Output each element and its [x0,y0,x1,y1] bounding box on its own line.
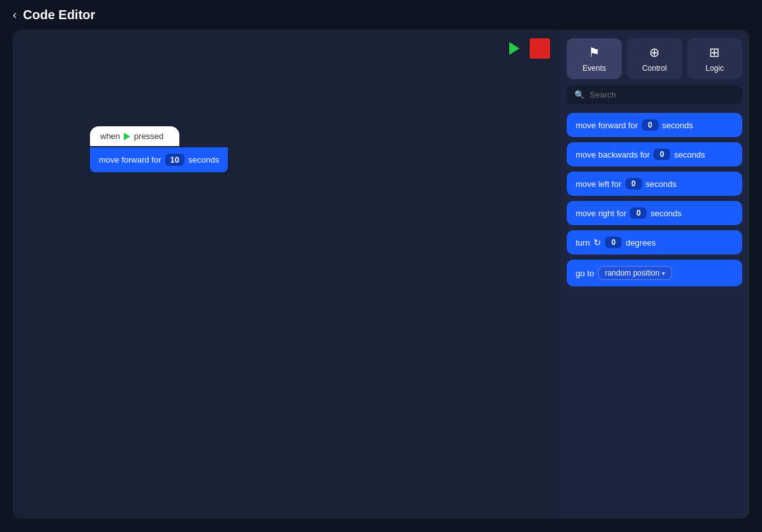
page-title: Code Editor [23,8,95,22]
block-text-4: seconds [674,150,705,159]
move-text-before: move forward for [99,155,161,165]
tab-control[interactable]: ⊕ Control [627,38,682,79]
when-pressed-block[interactable]: when pressed [90,126,179,146]
panel-tabs: ⚑ Events ⊕ Control ⊞ Logic [560,31,749,79]
position-label: random position [605,269,659,277]
move-forward-block[interactable]: move forward for 10 seconds [90,147,228,172]
block-text-7: move right for [576,209,626,218]
list-block-move-backwards[interactable]: move backwards for 0 seconds [567,142,742,166]
pressed-label: pressed [134,131,163,141]
block-value-5[interactable]: 0 [605,237,622,248]
move-value[interactable]: 10 [165,154,184,166]
events-icon: ⚑ [588,45,600,60]
list-block-move-left[interactable]: move left for 0 seconds [567,172,742,196]
block-text-1: move forward for [576,121,638,130]
block-text-2: seconds [662,121,693,130]
tab-control-label: Control [642,64,667,73]
block-value-3[interactable]: 0 [625,178,642,189]
play-small-icon [124,133,130,140]
move-text-after: seconds [188,155,219,165]
block-group: when pressed move forward for 10 seconds [90,126,228,172]
stop-button[interactable] [530,38,550,59]
block-value-1[interactable]: 0 [642,119,659,131]
list-block-move-right[interactable]: move right for 0 seconds [567,201,742,225]
block-text-5: move left for [576,179,622,189]
block-text-9: turn [576,238,590,248]
block-text-6: seconds [646,179,676,189]
main-container: when pressed move forward for 10 seconds… [13,30,749,519]
list-block-move-forward[interactable]: move forward for 0 seconds [567,113,742,137]
block-text-10: degrees [625,238,655,248]
play-button[interactable] [504,38,525,59]
blocks-list: move forward for 0 seconds move backward… [560,109,749,518]
block-text-8: seconds [650,209,681,218]
back-button[interactable]: ‹ [13,8,17,22]
block-text-11: go to [576,269,594,278]
tab-logic-label: Logic [705,64,724,73]
dropdown-arrow-icon: ▾ [662,270,665,277]
list-block-go-to[interactable]: go to random position ▾ [567,260,742,286]
position-dropdown[interactable]: random position ▾ [598,266,672,280]
canvas-area: when pressed move forward for 10 seconds [13,31,560,518]
search-input[interactable] [590,90,735,100]
right-panel: ⚑ Events ⊕ Control ⊞ Logic 🔍 move forwar… [560,31,749,518]
control-icon: ⊕ [649,45,660,60]
logic-icon: ⊞ [709,45,720,60]
canvas-toolbar [504,38,550,59]
when-label: when [100,131,120,141]
tab-logic[interactable]: ⊞ Logic [687,38,742,79]
search-icon: 🔍 [574,90,585,100]
header: ‹ Code Editor [0,0,762,30]
block-text-3: move backwards for [576,150,650,159]
block-value-4[interactable]: 0 [630,207,646,219]
block-value-2[interactable]: 0 [654,149,670,160]
list-block-turn[interactable]: turn ↻ 0 degrees [567,230,742,255]
search-bar: 🔍 [567,85,742,104]
tab-events[interactable]: ⚑ Events [567,38,622,79]
turn-icon: ↻ [594,237,601,248]
tab-events-label: Events [583,64,606,73]
play-icon [509,42,519,55]
